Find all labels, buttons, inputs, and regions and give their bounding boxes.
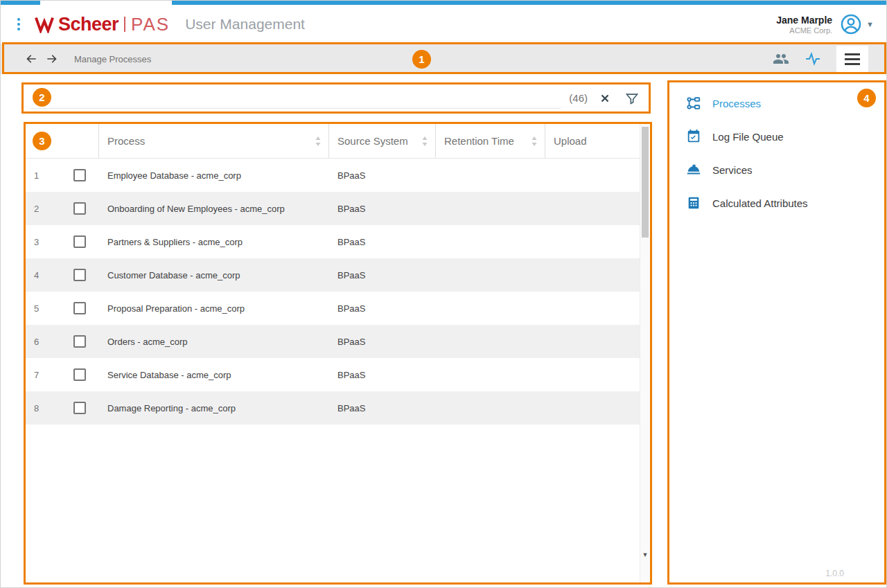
sidebar-item-label: Log File Queue xyxy=(712,131,784,143)
brand-logo: Scheer PAS xyxy=(34,14,170,35)
callout-badge-1: 1 xyxy=(412,50,431,69)
checkbox-cell xyxy=(60,235,99,248)
sidebar-item-label: Processes xyxy=(712,98,761,109)
sidebar-menu: Processes Log File Queue Services Calcul… xyxy=(669,87,884,220)
filter-panel: (46) xyxy=(21,82,651,114)
col-retention-time[interactable]: Retention Time xyxy=(436,124,545,158)
service-dome-icon xyxy=(686,162,701,177)
table-body: 1 Employee Database - acme_corp BPaaS 2 … xyxy=(26,159,640,425)
user-name: Jane Marple xyxy=(776,15,832,26)
row-index: 1 xyxy=(26,170,60,181)
cell-process: Customer Database - acme_corp xyxy=(99,270,329,280)
cell-process: Onboarding of New Employees - acme_corp xyxy=(99,204,329,214)
table-row[interactable]: 5 Proposal Preparation - acme_corp BPaaS xyxy=(26,292,640,325)
checkbox-cell xyxy=(60,402,99,414)
activity-pulse-icon[interactable] xyxy=(805,51,821,67)
scroll-down-icon[interactable]: ▼ xyxy=(640,549,650,560)
table-row[interactable]: 8 Damage Reporting - acme_corp BPaaS xyxy=(26,391,640,425)
table-row[interactable]: 6 Orders - acme_corp BPaaS xyxy=(26,325,640,358)
back-arrow-icon[interactable] xyxy=(24,52,38,66)
sidebar-item-log-file-queue[interactable]: Log File Queue xyxy=(669,120,884,153)
sidebar-item-label: Services xyxy=(712,164,753,176)
callout-badge-3: 3 xyxy=(33,132,51,150)
result-count: (46) xyxy=(569,92,588,104)
sidebar-item-services[interactable]: Services xyxy=(669,153,884,186)
table-row[interactable]: 1 Employee Database - acme_corp BPaaS xyxy=(26,159,640,192)
checkbox-cell xyxy=(60,302,99,314)
cell-source-system: BPaaS xyxy=(329,270,436,280)
caret-down-icon[interactable]: ▼ xyxy=(866,20,874,28)
cell-process: Proposal Preparation - acme_corp xyxy=(99,303,329,314)
process-table: Process Source System Retention Time Upl… xyxy=(24,122,652,585)
sort-icon xyxy=(421,136,428,147)
col-upload[interactable]: Upload xyxy=(545,124,640,158)
sidebar-item-label: Calculated Attributes xyxy=(712,197,808,209)
brand-name: Scheer xyxy=(58,14,118,35)
col-source-label: Source System xyxy=(337,135,408,147)
checkbox-cell xyxy=(60,269,99,281)
checkbox-cell xyxy=(60,368,99,381)
table-row[interactable]: 2 Onboarding of New Employees - acme_cor… xyxy=(26,192,640,225)
row-index: 7 xyxy=(26,370,60,380)
row-checkbox[interactable] xyxy=(73,269,86,281)
table-row[interactable]: 7 Service Database - acme_corp BPaaS xyxy=(26,358,640,391)
screen: Scheer PAS User Management Jane Marple A… xyxy=(0,0,887,588)
cell-process: Damage Reporting - acme_corp xyxy=(99,403,329,413)
kebab-menu-icon[interactable] xyxy=(13,14,24,35)
cell-source-system: BPaaS xyxy=(329,170,436,181)
cell-source-system: BPaaS xyxy=(329,303,436,314)
product-name: PAS xyxy=(131,14,170,35)
calculator-icon xyxy=(686,195,701,211)
filter-input[interactable] xyxy=(30,88,561,109)
clear-filter-icon[interactable] xyxy=(599,92,611,105)
user-organization: ACME Corp. xyxy=(776,26,832,35)
row-checkbox[interactable] xyxy=(73,368,86,381)
checkbox-cell xyxy=(60,202,99,215)
row-index: 2 xyxy=(26,204,60,214)
row-checkbox[interactable] xyxy=(73,169,86,181)
navigation-toolbar: Manage Processes xyxy=(1,44,886,74)
sidebar-item-processes[interactable]: Processes xyxy=(669,87,884,120)
right-sidebar: Processes Log File Queue Services Calcul… xyxy=(667,80,886,585)
row-index: 4 xyxy=(26,270,60,280)
scheer-logo-icon xyxy=(34,15,55,33)
cell-source-system: BPaaS xyxy=(329,337,436,347)
checkbox-cell xyxy=(60,169,99,181)
cell-process: Service Database - acme_corp xyxy=(99,370,329,380)
callout-badge-2: 2 xyxy=(33,88,51,107)
row-index: 8 xyxy=(26,403,60,413)
sort-icon xyxy=(531,136,538,147)
sidebar-item-calculated-attributes[interactable]: Calculated Attributes xyxy=(669,186,884,220)
row-index: 6 xyxy=(26,337,60,347)
col-checkbox xyxy=(60,124,99,158)
row-checkbox[interactable] xyxy=(73,235,86,248)
forward-arrow-icon[interactable] xyxy=(45,52,59,66)
account-circle-icon[interactable] xyxy=(839,12,863,36)
checkbox-cell xyxy=(60,335,99,348)
callout-badge-4: 4 xyxy=(857,89,876,107)
cell-source-system: BPaaS xyxy=(329,204,436,214)
user-menu[interactable]: Jane Marple ACME Corp. ▼ xyxy=(776,12,874,36)
col-source-system[interactable]: Source System xyxy=(329,124,436,158)
users-icon[interactable] xyxy=(773,51,789,67)
col-process[interactable]: Process xyxy=(99,124,329,158)
row-checkbox[interactable] xyxy=(73,335,86,348)
row-checkbox[interactable] xyxy=(73,302,86,314)
table-row[interactable]: 4 Customer Database - acme_corp BPaaS xyxy=(26,258,640,292)
row-checkbox[interactable] xyxy=(73,402,86,414)
table-row[interactable]: 3 Partners & Suppliers - acme_corp BPaaS xyxy=(26,225,640,258)
cell-source-system: BPaaS xyxy=(329,370,436,380)
hamburger-menu-button[interactable] xyxy=(836,46,868,72)
cell-source-system: BPaaS xyxy=(329,403,436,413)
col-upload-label: Upload xyxy=(554,135,587,147)
cell-process: Orders - acme_corp xyxy=(99,337,329,347)
scrollbar-thumb[interactable] xyxy=(642,127,649,238)
row-checkbox[interactable] xyxy=(73,202,86,215)
version-label: 1.0.0 xyxy=(825,569,844,578)
row-index: 3 xyxy=(26,237,60,247)
vertical-scrollbar[interactable]: ▼ xyxy=(640,124,650,582)
app-header: Scheer PAS User Management Jane Marple A… xyxy=(1,5,886,44)
filter-funnel-icon[interactable] xyxy=(625,91,639,105)
user-info: Jane Marple ACME Corp. xyxy=(776,15,832,35)
col-retention-label: Retention Time xyxy=(444,135,514,147)
